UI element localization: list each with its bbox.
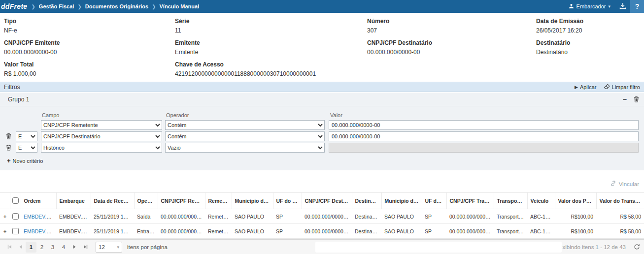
col-transportador[interactable]: Transportador: [494, 192, 527, 209]
table-row[interactable]: + EMBDEV.R01_13 EMBDEV.94877 25/11/2019 …: [0, 209, 644, 224]
filters-title: Filtros: [4, 84, 20, 91]
valor-input[interactable]: [329, 120, 639, 130]
col-operacao[interactable]: Operação: [134, 192, 158, 209]
operador-select[interactable]: Vazio: [165, 143, 325, 153]
page-number-1[interactable]: 1: [26, 242, 36, 253]
table-header-row: Ordem Embarque Data de Recepção Operação…: [0, 192, 644, 209]
prev-page-icon: [18, 245, 23, 249]
field-value: 00.000.000/0000-00: [367, 49, 536, 56]
vincular-button[interactable]: Vincular: [610, 180, 639, 188]
field-numero: Número 307: [367, 18, 536, 34]
top-bar: ddFrete ❯ Gestão Fiscal ❯ Documentos Ori…: [0, 0, 644, 13]
row-checkbox[interactable]: [12, 228, 19, 234]
valor-input[interactable]: [329, 131, 639, 141]
chevron-down-icon: ▾: [608, 4, 610, 9]
col-municipio-remetente[interactable]: Município do Re...: [232, 192, 273, 209]
col-embarque[interactable]: Embarque: [56, 192, 91, 209]
valor-input-disabled: [329, 143, 639, 153]
clear-filter-button[interactable]: Limpar filtro: [604, 84, 640, 90]
campo-select[interactable]: CNPJ/CPF Remetente: [41, 120, 162, 130]
document-details: Tipo NF-e Série 11 Número 307 Data de Em…: [0, 13, 644, 82]
select-all-checkbox[interactable]: [12, 197, 19, 204]
delete-criteria-button[interactable]: [6, 133, 11, 141]
ordem-link[interactable]: EMBDEV.R02_13: [24, 228, 56, 234]
operador-select[interactable]: Contém: [165, 131, 325, 141]
cell-operacao: Entrada: [134, 224, 158, 239]
expand-row-button[interactable]: +: [0, 209, 10, 224]
conjunction-select[interactable]: E: [16, 143, 37, 153]
delete-criteria-button[interactable]: [6, 144, 11, 152]
help-button[interactable]: ?: [630, 0, 644, 13]
delete-group-button[interactable]: [634, 96, 639, 102]
operador-select[interactable]: Contém: [165, 120, 325, 130]
field-value: 26/05/2017 16:20: [536, 27, 640, 34]
campo-select[interactable]: Histórico: [41, 143, 162, 153]
field-cnpj-destinatario: CNPJ/CPF Destinatário 00.000.000/0000-00: [367, 39, 536, 56]
col-data-recepcao[interactable]: Data de Recepção: [91, 192, 134, 209]
page-number-2[interactable]: 2: [36, 242, 47, 253]
page-size-select[interactable]: 12 ▾: [96, 242, 122, 253]
prev-page-button[interactable]: [15, 242, 26, 253]
filter-row: E CNPJ/CPF Destinatário Contém: [0, 131, 644, 141]
first-page-button[interactable]: [4, 242, 15, 253]
page-number-4[interactable]: 4: [58, 242, 69, 253]
apply-filter-button[interactable]: ▶ Aplicar: [575, 84, 597, 90]
cell-embarque: EMBDEV.94877: [56, 224, 91, 239]
app-logo[interactable]: ddFrete: [0, 2, 31, 10]
col-cnpj-transportador[interactable]: CNPJ/CPF Transpor...: [446, 192, 494, 209]
cell-cnpj-transportador: 00.000.000/0000-00: [446, 209, 494, 224]
collapse-group-icon[interactable]: −: [623, 96, 627, 103]
col-valor-transporte[interactable]: Valor do Transporte: [596, 192, 644, 209]
col-cnpj-destinatario[interactable]: CNPJ/CPF Destinatário: [302, 192, 352, 209]
expand-row-button[interactable]: +: [0, 224, 10, 239]
field-label: Data de Emissão: [536, 18, 640, 25]
cell-municipio-destinatario: SAO PAULO: [381, 224, 422, 239]
field-label: Destinatário: [536, 39, 640, 46]
col-destinatario[interactable]: Destinatário: [352, 192, 381, 209]
person-icon: [569, 3, 574, 10]
field-valor-total: Valor Total R$ 1.000,00: [4, 61, 175, 77]
col-uf-destinatario[interactable]: UF do De...: [422, 192, 446, 209]
app-window: ddFrete ❯ Gestão Fiscal ❯ Documentos Ori…: [0, 0, 644, 254]
cell-cnpj-remetente: 00.000.000/0000-00: [158, 209, 205, 224]
field-label: Número: [367, 18, 536, 25]
new-criteria-button[interactable]: + Novo critério: [7, 157, 43, 164]
topbar-right: Embarcador ▾ ?: [564, 0, 644, 13]
next-page-button[interactable]: [69, 242, 80, 253]
user-menu[interactable]: Embarcador ▾: [564, 0, 615, 13]
filter-row: CNPJ/CPF Remetente Contém: [0, 120, 644, 130]
breadcrumb-gestao-fiscal[interactable]: Gestão Fiscal: [39, 3, 74, 9]
table-row[interactable]: + EMBDEV.R02_13 EMBDEV.94877 25/11/2019 …: [0, 224, 644, 239]
cell-veiculo: ABC-1234: [527, 209, 555, 224]
row-checkbox-cell: [10, 224, 21, 239]
breadcrumb-vinculo-manual[interactable]: Vínculo Manual: [160, 3, 200, 9]
col-ordem[interactable]: Ordem: [21, 192, 56, 209]
first-page-icon: [7, 245, 12, 249]
select-all-checkbox-cell: [10, 192, 21, 209]
field-value: 4219120000000000001188800000030710000000…: [175, 70, 640, 77]
cell-uf-destinatario: SP: [422, 209, 446, 224]
field-destinatario: Destinatário Destinatário: [536, 39, 640, 56]
cell-transportador: Transportador: [494, 224, 527, 239]
ordem-link[interactable]: EMBDEV.R01_13: [24, 214, 56, 220]
campo-select[interactable]: CNPJ/CPF Destinatário: [41, 131, 162, 141]
col-valor-produtos[interactable]: Valor dos Produtos: [555, 192, 596, 209]
filter-group: Grupo 1 − Campo Operador Valor CNPJ/CPF …: [0, 93, 644, 170]
refresh-button[interactable]: [634, 244, 640, 250]
col-veiculo[interactable]: Veículo: [527, 192, 555, 209]
download-button[interactable]: [615, 0, 630, 13]
conjunction-select[interactable]: E: [16, 131, 37, 141]
col-municipio-destinatario[interactable]: Município do De...: [381, 192, 422, 209]
last-page-button[interactable]: [80, 242, 91, 253]
cell-valor-produtos: R$100,00: [555, 224, 596, 239]
page-number-3[interactable]: 3: [47, 242, 58, 253]
col-cnpj-remetente[interactable]: CNPJ/CPF Remetente: [158, 192, 205, 209]
col-remetente[interactable]: Remetente: [205, 192, 232, 209]
field-tipo: Tipo NF-e: [4, 18, 175, 34]
field-label: CNPJ/CPF Destinatário: [367, 39, 536, 46]
cell-municipio-destinatario: SAO PAULO: [381, 209, 422, 224]
col-uf-remetente[interactable]: UF do Rem...: [273, 192, 302, 209]
new-criteria-label: Novo critério: [13, 158, 43, 164]
breadcrumb-documentos-originarios[interactable]: Documentos Originários: [85, 3, 148, 9]
row-checkbox[interactable]: [12, 213, 19, 220]
